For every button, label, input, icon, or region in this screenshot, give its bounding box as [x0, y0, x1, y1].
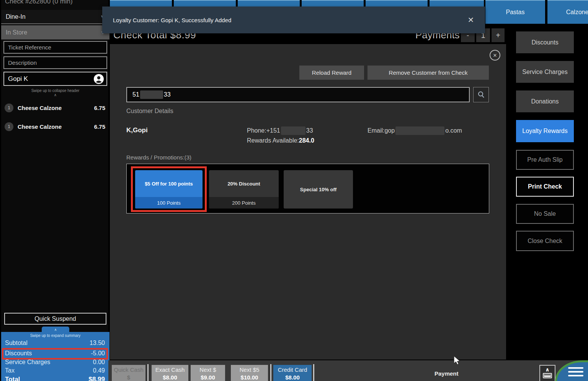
summary-row-service-charges: Service Charges 0.00 [5, 359, 105, 366]
summary-label: Subtotal [5, 340, 28, 347]
order-sidebar: Check #262800 (0 min) Dine-In ∨ In Store… [0, 0, 108, 381]
exact-cash-value: $8.00 [152, 374, 188, 381]
summary-row-total: Total $8.99 [5, 376, 105, 381]
summary-row-discounts: Discounts -5.00 [5, 350, 105, 357]
close-check-label: Close Check [528, 238, 562, 245]
next-dollar-button[interactable]: Next $ $9.00 [191, 365, 225, 381]
hamburger-icon [568, 371, 583, 373]
reward-card-special-10-off[interactable]: Special 10% off [284, 170, 353, 209]
phone-suffix: 33 [306, 127, 313, 134]
credit-card-button[interactable]: Credit Card $8.00 [273, 365, 312, 381]
summary-expand-hint: Swipe up to expand summary [1, 333, 109, 338]
donations-button[interactable]: Donations [516, 90, 574, 112]
quick-cash-button[interactable]: Quick Cash $ [112, 365, 145, 381]
reward-card-5-off[interactable]: $5 Off for 100 points 100 Points [135, 170, 203, 209]
hamburger-icon [568, 367, 583, 369]
donations-label: Donations [531, 98, 559, 105]
search-icon [477, 91, 485, 99]
rewards-available-label: Rewards Available: [247, 137, 299, 144]
redaction-block [281, 126, 305, 135]
item-qty-badge: 1 [5, 103, 13, 112]
customer-name: K,Gopi [126, 126, 148, 134]
exact-cash-label: Exact Cash [155, 366, 185, 373]
reload-reward-button[interactable]: Reload Reward [299, 66, 364, 80]
order-item-row[interactable]: 1 Cheese Calzone 6.75 [1, 101, 109, 115]
email-prefix: Email:gop [368, 127, 395, 134]
next-five-button[interactable]: Next $5 $10.00 [231, 365, 268, 381]
payments-increment-button[interactable]: + [492, 28, 505, 42]
customer-email: Email:gop o.com [368, 126, 462, 135]
customer-details-label: Customer Details [126, 108, 173, 115]
discounts-label: Discounts [531, 39, 558, 46]
toast-notification: Loyalty Customer: Gopi K, Successfully A… [102, 7, 485, 33]
quick-cash-value: $ [112, 374, 145, 381]
item-price: 6.75 [94, 105, 105, 111]
rewards-available: Rewards Available:284.0 [247, 137, 314, 144]
reward-card-20-discount[interactable]: 20% Discount 200 Points [209, 170, 279, 209]
loyalty-rewards-label: Loyalty Rewards [522, 128, 567, 135]
remove-customer-button[interactable]: Remove Customer from Check [368, 66, 489, 80]
customer-search-input[interactable]: 51 33 [126, 87, 470, 102]
summary-value: 0.00 [93, 359, 105, 366]
person-icon[interactable] [93, 74, 104, 84]
divider [313, 364, 314, 381]
next-five-value: $10.00 [231, 374, 268, 381]
pre-auth-slip-label: Pre Auth Slip [527, 156, 563, 163]
loyalty-customer-name: Gopi K [8, 75, 28, 83]
keyboard-icon [543, 373, 552, 378]
order-mode-dropdown[interactable]: In Store ∨ [1, 25, 109, 39]
customer-phone: Phone:+151 33 [247, 126, 313, 135]
tab-pastas[interactable]: Pastas [485, 0, 545, 24]
order-type-dropdown[interactable]: Dine-In ∨ [1, 10, 109, 24]
discounts-button[interactable]: Discounts [516, 31, 574, 53]
chevron-up-icon: ∧ [545, 367, 549, 372]
pre-auth-slip-button[interactable]: Pre Auth Slip [516, 150, 574, 170]
summary-value: 13.50 [90, 340, 105, 347]
collapse-header-hint: Swipe up to collapse header [1, 89, 109, 93]
close-check-button[interactable]: Close Check [516, 231, 574, 251]
divider [270, 364, 271, 381]
exact-cash-button[interactable]: Exact Cash $8.00 [152, 365, 188, 381]
email-suffix: o.com [445, 127, 462, 134]
loyalty-rewards-button[interactable]: Loyalty Rewards [516, 120, 574, 142]
divider [147, 364, 149, 381]
rewards-list: $5 Off for 100 points 100 Points 20% Dis… [126, 164, 489, 213]
panel-close-icon[interactable]: ✕ [490, 50, 500, 61]
toast-close-icon[interactable]: ✕ [465, 15, 477, 25]
tab-calzone[interactable]: Calzone [547, 0, 588, 24]
order-type-value: Dine-In [6, 13, 26, 20]
order-item-row[interactable]: 1 Cheese Calzone 6.75 [1, 120, 109, 133]
ticket-reference-input[interactable] [3, 41, 107, 54]
tab-calzone-label: Calzone [566, 9, 588, 16]
quick-cash-label: Quick Cash [114, 366, 144, 373]
item-name: Cheese Calzone [18, 123, 62, 130]
service-charges-button[interactable]: Service Charges [516, 61, 574, 83]
reward-title: Special 10% off [284, 170, 353, 209]
search-button[interactable] [473, 87, 489, 102]
chevron-up-icon[interactable]: ∧ [1, 93, 109, 97]
chevron-up-icon: ∧ [54, 328, 57, 332]
print-check-button[interactable]: Print Check [516, 177, 574, 197]
check-id: Check #262800 (0 min) [5, 0, 73, 5]
redaction-block [395, 126, 444, 135]
pos-screen: Pastas Calzone Check Total $8.99 Payment… [0, 0, 588, 381]
credit-card-value: $8.00 [273, 374, 312, 381]
no-sale-button[interactable]: No Sale [516, 204, 574, 224]
reward-title: $5 Off for 100 points [135, 170, 203, 197]
next-dollar-value: $9.00 [191, 374, 225, 381]
summary-label: Discounts [5, 350, 32, 357]
description-input[interactable] [3, 56, 107, 69]
remove-customer-label: Remove Customer from Check [389, 69, 468, 76]
keyboard-toggle-button[interactable]: ∧ [539, 365, 555, 381]
summary-expand-handle[interactable]: ∧ [42, 327, 69, 332]
no-sale-label: No Sale [534, 210, 556, 217]
loyalty-customer-field[interactable]: Gopi K [3, 72, 107, 86]
print-check-label: Print Check [528, 183, 562, 190]
service-charges-label: Service Charges [522, 69, 567, 76]
check-summary: Swipe up to expand summary Subtotal 13.5… [1, 332, 109, 381]
reload-reward-label: Reload Reward [312, 69, 351, 76]
payment-section-label: Payment [434, 370, 459, 377]
summary-value: $8.99 [88, 376, 105, 381]
quick-suspend-button[interactable]: Quick Suspend [4, 313, 106, 325]
search-value-prefix: 51 [132, 91, 139, 98]
